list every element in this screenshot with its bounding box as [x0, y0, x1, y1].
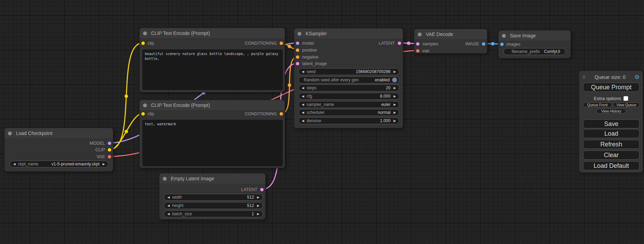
- node-title-bar[interactable]: Empty Latent Image: [159, 173, 265, 184]
- load-button[interactable]: Load: [583, 129, 639, 138]
- increment-arrow-icon[interactable]: ▶: [394, 119, 396, 123]
- clear-button[interactable]: Clear: [583, 151, 639, 160]
- increment-arrow-icon[interactable]: ▶: [257, 213, 259, 216]
- widget-label: sampler_name: [307, 102, 334, 107]
- output-port-conditioning[interactable]: [280, 42, 283, 45]
- input-port-positive[interactable]: [296, 48, 299, 52]
- input-port-images[interactable]: [500, 43, 504, 46]
- output-port-image[interactable]: [482, 42, 485, 46]
- widget-ckpt-name[interactable]: ◀ ckpt_name v1-5-pruned-emaonly.ckpt ▶: [10, 161, 108, 168]
- node-title-bar[interactable]: CLIP Text Encode (Prompt): [140, 28, 285, 39]
- node-ksampler[interactable]: KSampler model positive negative latent_…: [294, 28, 403, 128]
- collapse-dot-icon[interactable]: [143, 103, 147, 107]
- node-title-bar[interactable]: Save Image: [499, 30, 571, 41]
- node-clip-text-encode-positive[interactable]: CLIP Text Encode (Prompt) clip CONDITION…: [139, 28, 285, 92]
- toggle-circle-icon[interactable]: [392, 78, 397, 82]
- increment-arrow-icon[interactable]: ▶: [394, 95, 396, 98]
- output-latent: LATENT: [238, 186, 264, 193]
- widget-value: 20: [386, 85, 390, 90]
- decrement-arrow-icon[interactable]: ◀: [13, 163, 16, 166]
- prompt-textarea[interactable]: beautiful scenery nature glass bottle la…: [142, 49, 283, 90]
- collapse-dot-icon[interactable]: [143, 31, 147, 35]
- node-vae-decode[interactable]: VAE Decode samples vae IMAGE: [414, 29, 487, 54]
- widget-height[interactable]: ◀ height 512 ▶: [164, 202, 263, 209]
- view-queue-button[interactable]: View Queue: [613, 102, 639, 107]
- collapse-dot-icon[interactable]: [8, 132, 12, 135]
- node-title-bar[interactable]: CLIP Text Encode (Prompt): [140, 100, 285, 111]
- widget-label: batch_size: [172, 211, 192, 216]
- queue-front-button[interactable]: Queue Front: [583, 102, 612, 107]
- node-title-bar[interactable]: Load Checkpoint: [5, 128, 113, 139]
- decrement-arrow-icon[interactable]: ◀: [302, 70, 304, 73]
- decrement-arrow-icon[interactable]: ◀: [302, 111, 304, 114]
- refresh-button[interactable]: Refresh: [583, 140, 639, 149]
- input-port-samples[interactable]: [416, 42, 420, 46]
- collapse-dot-icon[interactable]: [163, 177, 167, 181]
- widget-width[interactable]: ◀ width 512 ▶: [164, 194, 263, 201]
- output-port-latent[interactable]: [398, 42, 401, 45]
- input-clip: clip: [141, 110, 157, 117]
- decrement-arrow-icon[interactable]: ◀: [302, 103, 304, 106]
- link-midpoint-dot[interactable]: [407, 42, 411, 45]
- increment-arrow-icon[interactable]: ▶: [257, 196, 259, 199]
- link-midpoint-dot[interactable]: [288, 45, 291, 48]
- widget-sampler-name[interactable]: ◀ sampler_name euler ▶: [298, 101, 399, 108]
- output-port-vae[interactable]: [108, 155, 111, 159]
- output-port-conditioning[interactable]: [280, 112, 283, 116]
- node-save-image[interactable]: Save Image images filename_prefix ComfyU…: [498, 30, 571, 58]
- decrement-arrow-icon[interactable]: ◀: [167, 196, 170, 199]
- gear-icon[interactable]: ⚙: [635, 74, 639, 80]
- collapse-dot-icon[interactable]: [502, 34, 506, 38]
- output-port-model[interactable]: [108, 142, 111, 145]
- node-clip-text-encode-negative[interactable]: CLIP Text Encode (Prompt) clip CONDITION…: [139, 100, 285, 168]
- increment-arrow-icon[interactable]: ▶: [394, 103, 396, 106]
- decrement-arrow-icon[interactable]: ◀: [302, 119, 304, 123]
- link-midpoint-dot[interactable]: [491, 42, 495, 46]
- decrement-arrow-icon[interactable]: ◀: [302, 87, 304, 90]
- node-load-checkpoint[interactable]: Load Checkpoint MODEL CLIP VAE ◀ ckpt_na…: [4, 128, 113, 172]
- increment-arrow-icon[interactable]: ▶: [103, 163, 105, 166]
- widget-batch-size[interactable]: ◀ batch_size 1 ▶: [164, 210, 263, 217]
- input-port-latent-image[interactable]: [296, 62, 299, 65]
- input-port-vae[interactable]: [416, 49, 420, 53]
- drag-handle-icon[interactable]: ⠿: [582, 75, 586, 80]
- extra-options-checkbox[interactable]: [624, 96, 628, 101]
- output-port-latent[interactable]: [260, 188, 264, 191]
- widget-seed[interactable]: ◀ seed 156680208700286 ▶: [298, 68, 399, 75]
- widget-denoise[interactable]: ◀ denoise 1.000 ▶: [298, 117, 399, 124]
- widget-filename-prefix[interactable]: filename_prefix ComfyUI: [503, 48, 566, 55]
- input-latent-image: latent_image: [296, 60, 330, 67]
- node-title-bar[interactable]: VAE Decode: [414, 29, 487, 40]
- increment-arrow-icon[interactable]: ▶: [394, 87, 396, 90]
- widget-cfg[interactable]: ◀ cfg 8.000 ▶: [298, 93, 399, 100]
- output-port-clip[interactable]: [108, 148, 111, 152]
- collapse-dot-icon[interactable]: [418, 33, 422, 36]
- node-empty-latent-image[interactable]: Empty Latent Image LATENT ◀ width 512 ▶ …: [159, 173, 266, 220]
- prompt-textarea[interactable]: text, watermark: [142, 120, 283, 166]
- decrement-arrow-icon[interactable]: ◀: [167, 204, 170, 207]
- load-default-button[interactable]: Load Default: [583, 161, 639, 170]
- link-midpoint-dot[interactable]: [288, 83, 291, 87]
- widget-steps[interactable]: ◀ steps 20 ▶: [298, 84, 399, 91]
- view-history-button[interactable]: View History: [597, 109, 626, 114]
- save-button[interactable]: Save: [583, 119, 639, 128]
- input-port-negative[interactable]: [296, 55, 299, 59]
- increment-arrow-icon[interactable]: ▶: [394, 111, 396, 114]
- node-graph-canvas[interactable]: Load Checkpoint MODEL CLIP VAE ◀ ckpt_na…: [0, 0, 644, 244]
- decrement-arrow-icon[interactable]: ◀: [302, 95, 304, 98]
- link-midpoint-dot[interactable]: [125, 130, 128, 133]
- link-midpoint-dot[interactable]: [125, 94, 128, 98]
- input-port-model[interactable]: [296, 42, 299, 45]
- decrement-arrow-icon[interactable]: ◀: [167, 213, 170, 216]
- collapse-dot-icon[interactable]: [298, 32, 301, 36]
- node-title-bar[interactable]: KSampler: [294, 28, 403, 39]
- input-port-clip[interactable]: [141, 112, 145, 116]
- widget-scheduler[interactable]: ◀ scheduler normal ▶: [298, 109, 399, 116]
- widget-random-seed-toggle[interactable]: Random seed after every gen enabled: [298, 76, 399, 83]
- increment-arrow-icon[interactable]: ▶: [394, 70, 396, 73]
- increment-arrow-icon[interactable]: ▶: [257, 204, 259, 207]
- input-clip: clip: [141, 40, 157, 47]
- input-port-clip[interactable]: [141, 42, 145, 45]
- queue-prompt-button[interactable]: Queue Prompt: [583, 83, 639, 92]
- node-title: CLIP Text Encode (Prompt): [151, 30, 210, 36]
